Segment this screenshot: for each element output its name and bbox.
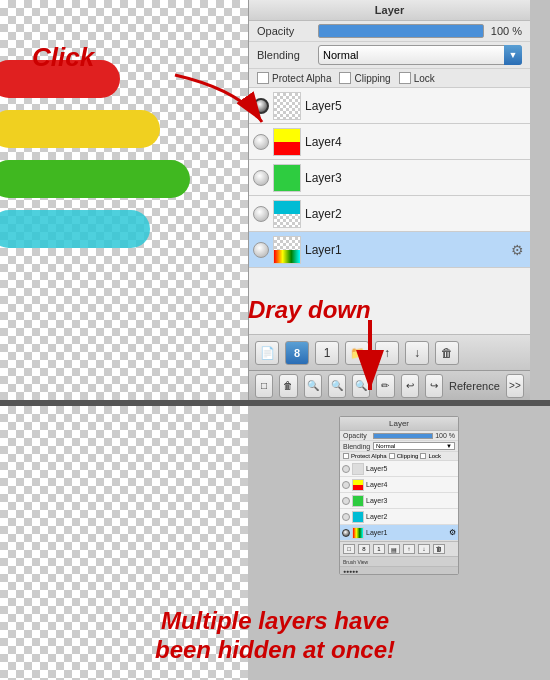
mini-clipping: Clipping [389,453,419,459]
mini-ref-bar: Brush View [340,556,458,566]
blending-label: Blending [257,49,312,61]
layer4-visibility-toggle[interactable] [253,134,269,150]
mini-blending-label: Blending [343,443,371,450]
layer-panel: Layer Opacity 100 % Blending Normal ▼ Pr… [248,0,530,400]
green-bar [0,160,190,198]
mini-opacity-label: Opacity [343,432,371,439]
protect-alpha-box [257,72,269,84]
mini-layer2-vis [342,513,350,521]
ref-btn1[interactable]: □ [255,374,273,398]
mini-protect: Protect Alpha [343,453,387,459]
mini-layer2-thumb [352,511,364,523]
mini-layer2-name: Layer2 [366,513,456,520]
ref-btn6[interactable]: ↪ [425,374,443,398]
layer-row[interactable]: Layer4 [249,124,530,160]
delete-button[interactable]: 🗑 [435,341,459,365]
mini-layer3-name: Layer3 [366,497,456,504]
mini-lock: Lock [420,453,441,459]
bottom-section: Layer Opacity 100 % Blending Normal ▼ Pr… [0,406,550,680]
lock-label: Lock [414,73,435,84]
mini-layer-row: Layer1 ⚙ [340,525,458,541]
single-button[interactable]: 1 [315,341,339,365]
ref-more[interactable]: >> [506,374,524,398]
opacity-value: 100 % [490,25,522,37]
mini-toolbar: □ 8 1 ▤ ↑ ↓ 🗑 [340,541,458,556]
layer-row[interactable]: Layer5 [249,88,530,124]
ref-zoom-in[interactable]: 🔍 [304,374,322,398]
layer-row[interactable]: Layer3 [249,160,530,196]
mini-btn3: 1 [373,544,385,554]
panel-toolbar: 📄 8 1 📁 ↑ ↓ 🗑 [249,334,530,370]
lock-checkbox[interactable]: Lock [399,72,435,84]
mini-blending-select: Normal ▼ [373,442,455,450]
ref-btn5[interactable]: ↩ [401,374,419,398]
mini-layer4-name: Layer4 [366,481,456,488]
mini-layer1-name: Layer1 [366,529,447,536]
ref-btn2[interactable]: 🗑 [279,374,297,398]
mini-layer-row: Layer2 [340,509,458,525]
blending-dropdown-arrow[interactable]: ▼ [504,45,522,65]
layer4-name: Layer4 [305,135,526,149]
ref-zoom-out[interactable]: 🔍 [328,374,346,398]
layer3-visibility-toggle[interactable] [253,170,269,186]
opacity-label: Opacity [257,25,312,37]
layer-row[interactable]: Layer1 ⚙ [249,232,530,268]
ref-btn3[interactable]: 🔍 [352,374,370,398]
opacity-slider[interactable] [318,24,484,38]
export-button[interactable]: ↑ [375,341,399,365]
yellow-bar [0,110,160,148]
red-bar [0,60,120,98]
layer2-visibility-toggle[interactable] [253,206,269,222]
clipping-checkbox[interactable]: Clipping [339,72,390,84]
layer-row[interactable]: Layer2 [249,196,530,232]
mini-lock-box [420,453,426,459]
clipping-label: Clipping [354,73,390,84]
mini-btn7: 🗑 [433,544,445,554]
layer1-visibility-toggle[interactable] [253,242,269,258]
layer2-name: Layer2 [305,207,526,221]
clipping-box [339,72,351,84]
blending-select[interactable]: Normal ▼ [318,45,522,65]
mini-blending-value: Normal [376,443,395,449]
layer3-name: Layer3 [305,171,526,185]
mini-panel-title: Layer [340,417,458,431]
layer5-visibility-toggle[interactable] [253,98,269,114]
layer1-gear-icon[interactable]: ⚙ [508,241,526,259]
mini-btn5: ↑ [403,544,415,554]
layer1-thumbnail [273,236,301,264]
import-button[interactable]: ↓ [405,341,429,365]
mini-layer-row: Layer3 [340,493,458,509]
ref-btn4[interactable]: ✏ [376,374,394,398]
mini-layer1-vis [342,529,350,537]
bottom-canvas [0,406,248,680]
mini-layer-panel: Layer Opacity 100 % Blending Normal ▼ Pr… [339,416,459,575]
mini-layer-row: Layer5 [340,461,458,477]
opacity-row: Opacity 100 % [249,21,530,42]
group-count-button[interactable]: 8 [285,341,309,365]
mini-blending-arrow: ▼ [446,443,452,449]
mini-bottom-info: ●●●●● [343,568,358,574]
canvas-area [0,0,248,400]
protect-alpha-checkbox[interactable]: Protect Alpha [257,72,331,84]
mini-layer3-thumb [352,495,364,507]
top-section: Layer Opacity 100 % Blending Normal ▼ Pr… [0,0,550,400]
blending-row: Blending Normal ▼ [249,42,530,69]
mini-opacity-row: Opacity 100 % [340,431,458,441]
folder-button[interactable]: 📁 [345,341,369,365]
layer1-name: Layer1 [305,243,504,257]
mini-clipping-box [389,453,395,459]
reference-label: Reference [449,380,500,392]
layer5-name: Layer5 [305,99,526,113]
mini-layers-list: Layer5 Layer4 Layer3 Layer2 [340,461,458,541]
mini-blending-row: Blending Normal ▼ [340,441,458,452]
panel-title: Layer [249,0,530,21]
mini-bottom-bar: ●●●●● [340,566,458,574]
mini-checkboxes: Protect Alpha Clipping Lock [340,452,458,461]
mini-ref-label: Brush View [343,559,455,565]
blending-value: Normal [323,49,358,61]
mini-layer5-name: Layer5 [366,465,456,472]
mini-btn6: ↓ [418,544,430,554]
lock-box [399,72,411,84]
mini-opacity-value: 100 % [435,432,455,439]
new-layer-button[interactable]: 📄 [255,341,279,365]
